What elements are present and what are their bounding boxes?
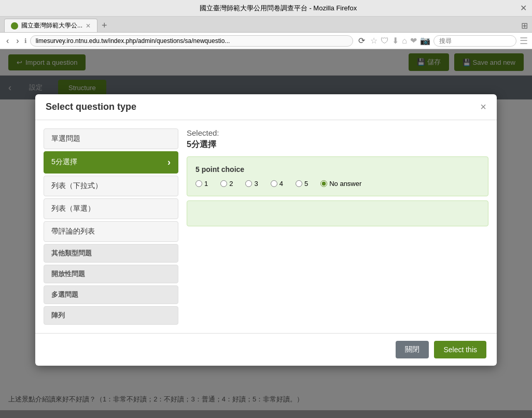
info-icon: ℹ xyxy=(24,37,27,45)
radio-option-2[interactable]: 2 xyxy=(220,180,233,188)
tab-close-icon[interactable]: ✕ xyxy=(86,22,91,30)
modal-close-button[interactable]: × xyxy=(480,102,486,112)
bookmark-icon[interactable]: ☆ xyxy=(370,36,377,46)
select-question-type-modal: Select question type × 單選問題 5分選擇 列表（下拉式） xyxy=(35,94,497,366)
home-icon[interactable]: ⌂ xyxy=(402,36,407,46)
modal-overlay: Select question type × 單選問題 5分選擇 列表（下拉式） xyxy=(0,49,532,410)
browser-chrome: 國立臺灣師範大學公用問卷調查平台 - Mozilla Firefox ✕ 國立臺… xyxy=(0,0,532,49)
radio-option-3[interactable]: 3 xyxy=(245,180,258,188)
modal-title: Select question type xyxy=(46,102,136,112)
modal-header: Select question type × xyxy=(35,94,497,120)
selected-label: Selected: xyxy=(187,128,488,137)
forward-button[interactable]: › xyxy=(14,35,21,47)
pocket-icon[interactable]: ❤ xyxy=(410,36,417,46)
question-type-list-single[interactable]: 列表（單選） xyxy=(44,198,178,219)
preview-radio-row: 1 2 3 4 xyxy=(195,180,480,188)
browser-tab[interactable]: 國立臺灣師範大學公... ✕ xyxy=(4,19,97,32)
section-open: 開放性問題 xyxy=(44,265,178,283)
select-this-button[interactable]: Select this xyxy=(434,341,486,358)
question-type-single[interactable]: 單選問題 xyxy=(44,128,178,149)
section-multi: 多選問題 xyxy=(44,285,178,304)
radio-option-noanswer[interactable]: No answer xyxy=(320,180,361,188)
section-array: 陣列 xyxy=(44,306,178,325)
reload-button[interactable]: ⟳ xyxy=(356,35,367,47)
question-type-list-comment[interactable]: 帶評論的列表 xyxy=(44,221,178,242)
modal-footer: 關閉 Select this xyxy=(35,333,497,366)
download-icon[interactable]: ⬇ xyxy=(392,36,399,46)
radio-input-4[interactable] xyxy=(271,180,277,187)
window-close-icon[interactable]: ✕ xyxy=(520,3,527,13)
radio-option-1[interactable]: 1 xyxy=(195,180,208,188)
new-tab-button[interactable]: + xyxy=(97,20,111,31)
back-button[interactable]: ‹ xyxy=(4,35,11,47)
tab-label: 國立臺灣師範大學公... xyxy=(21,21,82,30)
screenshot-icon[interactable]: 📷 xyxy=(420,36,430,46)
address-bar: ‹ › ℹ ⟳ ☆ 🛡 ⬇ ⌂ ❤ 📷 ☰ xyxy=(0,33,532,49)
selected-question-name: 5分選擇 xyxy=(187,139,488,150)
radio-input-1[interactable] xyxy=(195,180,202,187)
preview-box-top: 5 point choice 1 2 xyxy=(187,156,488,196)
radio-input-noanswer[interactable] xyxy=(320,180,327,187)
favicon-icon xyxy=(11,22,18,30)
question-type-list: 單選問題 5分選擇 列表（下拉式） 列表（單選） 帶評論的列表 xyxy=(44,128,178,325)
browser-title: 國立臺灣師範大學公用問卷調查平台 - Mozilla Firefox xyxy=(36,4,520,13)
preview-question-title: 5 point choice xyxy=(195,165,480,174)
url-input[interactable] xyxy=(30,35,354,47)
radio-option-4[interactable]: 4 xyxy=(271,180,283,188)
grid-icon[interactable]: ⊞ xyxy=(521,21,528,31)
menu-icon[interactable]: ☰ xyxy=(520,35,528,47)
radio-input-5[interactable] xyxy=(296,180,302,187)
radio-option-5[interactable]: 5 xyxy=(296,180,308,188)
question-preview-panel: Selected: 5分選擇 5 point choice 1 2 xyxy=(187,128,488,325)
search-input[interactable] xyxy=(433,35,516,47)
preview-box-bottom xyxy=(187,200,488,226)
radio-input-2[interactable] xyxy=(220,180,227,187)
radio-input-3[interactable] xyxy=(245,180,252,187)
page-content: ↩ Import a question 💾 儲存 💾 Save and new … xyxy=(0,49,532,410)
close-button[interactable]: 關閉 xyxy=(396,341,429,358)
section-other-types: 其他類型問題 xyxy=(44,244,178,263)
shield-icon: 🛡 xyxy=(381,36,389,46)
title-bar: 國立臺灣師範大學公用問卷調查平台 - Mozilla Firefox ✕ xyxy=(0,0,532,17)
question-type-five[interactable]: 5分選擇 xyxy=(44,151,178,174)
question-type-list-drop[interactable]: 列表（下拉式） xyxy=(44,176,178,196)
modal-body: 單選問題 5分選擇 列表（下拉式） 列表（單選） 帶評論的列表 xyxy=(35,120,497,333)
tab-bar: 國立臺灣師範大學公... ✕ + ⊞ xyxy=(0,17,532,33)
